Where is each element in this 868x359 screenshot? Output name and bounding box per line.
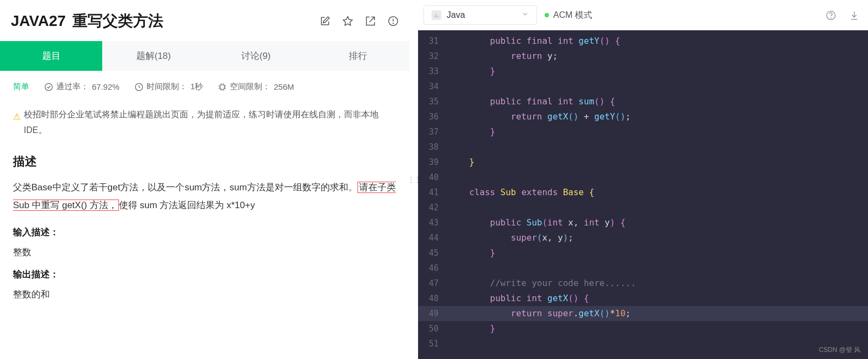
input-text: 整数 — [13, 246, 396, 258]
code-editor[interactable]: 31 public final int getY() {32 return y;… — [418, 30, 868, 359]
warning-icon: ⚠ — [13, 109, 21, 125]
difficulty-badge: 简单 — [13, 82, 29, 92]
line-code: class Sub extends Base { — [448, 185, 868, 200]
line-code: return getX() + getY(); — [448, 109, 868, 124]
problem-code: JAVA27 — [11, 12, 66, 30]
share-icon[interactable] — [365, 16, 376, 26]
code-line[interactable]: 44 super(x, y); — [418, 230, 868, 245]
line-code: //write your code here...... — [448, 276, 868, 291]
code-line[interactable]: 46 — [418, 261, 868, 276]
code-line[interactable]: 33 } — [418, 64, 868, 79]
code-line[interactable]: 43 public Sub(int x, int y) { — [418, 215, 868, 230]
line-number: 48 — [418, 291, 448, 306]
editor-header: ♨ Java ACM 模式 — [418, 0, 868, 30]
svg-point-3 — [45, 83, 52, 90]
code-line[interactable]: 45 } — [418, 245, 868, 261]
code-line[interactable]: 36 return getX() + getY(); — [418, 109, 868, 124]
line-code: public final int getY() { — [448, 34, 868, 49]
line-code: } — [448, 124, 868, 139]
code-line[interactable]: 39 } — [418, 155, 868, 170]
status-dot-icon — [545, 13, 549, 17]
check-circle-icon — [44, 83, 53, 91]
meta-row: 简单 通过率：67.92% 时间限制：1秒 空间限制：256M — [13, 82, 396, 92]
line-number: 47 — [418, 276, 448, 291]
line-code: public int getX() { — [448, 291, 868, 306]
svg-point-2 — [393, 23, 394, 24]
editor-panel: ♨ Java ACM 模式 31 public final int getY()… — [418, 0, 868, 359]
language-selector[interactable]: ♨ Java — [423, 5, 537, 25]
line-number: 42 — [418, 200, 448, 215]
code-line[interactable]: 34 — [418, 79, 868, 94]
line-code — [448, 200, 868, 215]
title-actions — [320, 16, 399, 26]
memory-limit: 空间限制：256M — [218, 82, 294, 92]
code-line[interactable]: 50 } — [418, 321, 868, 336]
chevron-down-icon — [521, 10, 529, 20]
line-number: 33 — [418, 64, 448, 79]
language-icon: ♨ — [432, 10, 441, 20]
line-number: 51 — [418, 336, 448, 351]
edit-icon[interactable] — [320, 16, 330, 26]
line-number: 34 — [418, 79, 448, 94]
clock-icon — [135, 83, 143, 91]
line-code — [448, 336, 868, 351]
editor-actions — [826, 10, 859, 21]
line-code: return super.getX()*10; — [448, 306, 868, 321]
code-line[interactable]: 31 public final int getY() { — [418, 34, 868, 49]
help-icon[interactable] — [826, 10, 836, 21]
code-line[interactable]: 32 return y; — [418, 49, 868, 64]
tab-2[interactable]: 讨论(9) — [205, 41, 307, 71]
line-code: public Sub(int x, int y) { — [448, 215, 868, 230]
tab-1[interactable]: 题解(18) — [102, 41, 204, 71]
description-heading: 描述 — [13, 154, 396, 170]
line-code — [448, 261, 868, 276]
line-code: } — [448, 245, 868, 261]
code-line[interactable]: 48 public int getX() { — [418, 291, 868, 306]
code-line[interactable]: 51 — [418, 336, 868, 351]
line-number: 37 — [418, 124, 448, 139]
mode-indicator[interactable]: ACM 模式 — [545, 10, 592, 21]
line-number: 46 — [418, 261, 448, 276]
warning-banner: ⚠ 校招时部分企业笔试将禁止编程题跳出页面，为提前适应，练习时请使用在线自测，而… — [13, 107, 396, 138]
code-line[interactable]: 37 } — [418, 124, 868, 139]
line-code: super(x, y); — [448, 230, 868, 245]
panel-divider[interactable]: ⋮⋮ — [409, 0, 418, 359]
code-line[interactable]: 49 return super.getX()*10; — [418, 306, 868, 321]
line-code: } — [448, 155, 868, 170]
time-limit: 时间限制：1秒 — [135, 82, 203, 92]
code-line[interactable]: 38 — [418, 139, 868, 155]
line-number: 50 — [418, 321, 448, 336]
problem-content[interactable]: 简单 通过率：67.92% 时间限制：1秒 空间限制：256M ⚠ 校招时部分企… — [0, 71, 409, 359]
code-line[interactable]: 42 — [418, 200, 868, 215]
line-number: 41 — [418, 185, 448, 200]
description-text: 父类Base中定义了若干get方法，以及一个sum方法，sum方法是对一组数字的… — [13, 178, 396, 214]
line-number: 39 — [418, 155, 448, 170]
code-line[interactable]: 40 — [418, 170, 868, 185]
line-number: 43 — [418, 215, 448, 230]
line-number: 49 — [418, 306, 448, 321]
line-number: 38 — [418, 139, 448, 155]
output-text: 整数的和 — [13, 288, 396, 301]
star-icon[interactable] — [342, 16, 353, 26]
line-number: 45 — [418, 245, 448, 261]
line-number: 40 — [418, 170, 448, 185]
line-code — [448, 139, 868, 155]
code-line[interactable]: 35 public final int sum() { — [418, 94, 868, 109]
chip-icon — [218, 83, 227, 91]
pass-rate: 通过率：67.92% — [44, 82, 120, 92]
svg-rect-5 — [220, 85, 224, 89]
line-number: 44 — [418, 230, 448, 245]
tab-3[interactable]: 排行 — [307, 41, 409, 71]
code-line[interactable]: 41 class Sub extends Base { — [418, 185, 868, 200]
info-icon[interactable] — [388, 16, 399, 26]
problem-panel: JAVA27 重写父类方法 题目题解(18)讨论(9)排行 简单 通过率：67.… — [0, 0, 409, 359]
code-line[interactable]: 47 //write your code here...... — [418, 276, 868, 291]
tab-0[interactable]: 题目 — [0, 41, 102, 71]
line-code — [448, 79, 868, 94]
problem-title: 重写父类方法 — [72, 11, 320, 31]
download-icon[interactable] — [849, 10, 859, 21]
line-code: public final int sum() { — [448, 94, 868, 109]
tabs: 题目题解(18)讨论(9)排行 — [0, 41, 409, 71]
line-number: 31 — [418, 34, 448, 49]
watermark: CSDN @登 风 — [819, 345, 860, 355]
